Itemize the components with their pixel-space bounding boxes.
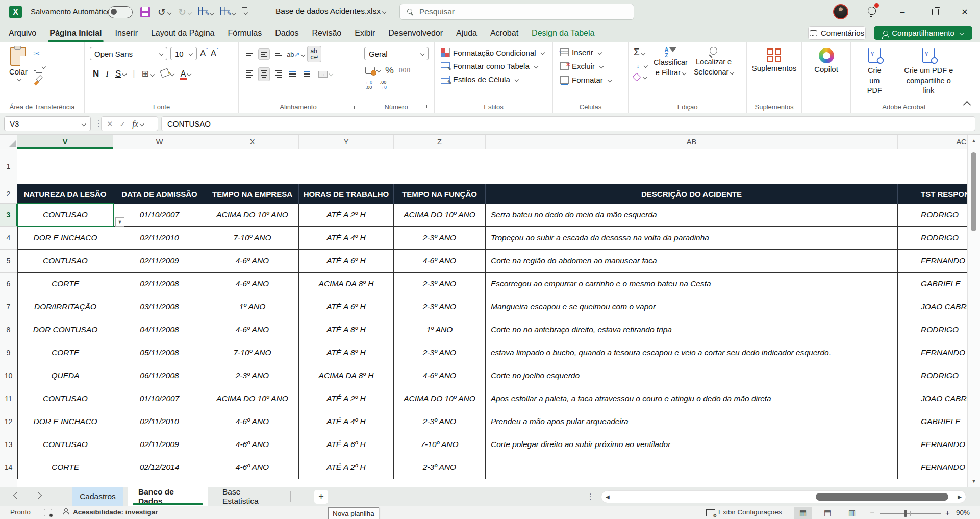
cell-descricao[interactable]: estava limpado o bucho, quando a tesoura… [486,341,898,364]
paste-button[interactable]: Colar [9,47,28,85]
sheet-tab-base-estatistica[interactable]: Base Estatistica [212,487,287,506]
column-header-ab[interactable]: AB [486,135,898,149]
copilot-button[interactable]: Copilot [802,42,850,73]
cut-button[interactable]: ✂ [34,49,45,58]
name-box[interactable]: V3 [4,116,91,131]
row-number[interactable] [0,479,17,487]
column-header-y[interactable]: Y [299,135,394,149]
cell-tst[interactable]: RODRIGO [898,227,967,249]
cell-data-admissao[interactable]: 02/11/2009 [113,250,206,272]
cell-natureza[interactable]: DOR E INCHACO [18,227,113,249]
row-number[interactable]: 11 [0,387,17,410]
tab-desenvolvedor[interactable]: Desenvolvedor [382,24,449,42]
cell-descricao[interactable]: Corte no joelho esquerdo [486,364,898,387]
table-tool-button-1[interactable]: ✎ [198,7,213,17]
zoom-out-button[interactable]: − [870,508,874,517]
cell-tst[interactable]: FERNANDO [898,456,967,479]
fill-button[interactable]: ↓ [634,62,647,69]
cell-tst[interactable]: RODRIGO [898,364,967,387]
cell-tempo-funcao[interactable]: ACIMA DO 10º ANO [394,387,486,410]
wrap-text-button[interactable]: abc↵ [307,46,321,62]
cell-data-admissao[interactable]: 02/12/2014 [113,456,206,479]
dialog-launcher-icon[interactable] [426,105,432,110]
cell-tst[interactable]: JOAO CABRERA [898,295,967,318]
accessibility-status[interactable]: Acessibilidade: investigar [73,508,158,516]
header-tst-responsavel[interactable]: TST RESPONSÁVEL [898,184,967,204]
scroll-up-icon[interactable]: ▲ [971,138,976,143]
macro-record-icon[interactable] [44,509,52,516]
align-middle-button[interactable] [258,48,270,60]
align-center-button[interactable] [258,67,270,81]
format-as-table-button[interactable]: ✎ Formatar como Tabela [441,62,552,70]
increase-indent-button[interactable] [301,68,313,80]
cell-data-admissao[interactable]: 04/11/2008 [113,318,206,341]
cell-styles-button[interactable]: ✎ Estilos de Célula [441,75,552,84]
cell-tempo-empresa[interactable]: 4-6º ANO [206,410,299,433]
cell-horas-trabalho[interactable]: ATÉ A 4º H [299,227,394,249]
cell-data-admissao[interactable]: 01/10/2007 [113,204,206,226]
align-right-button[interactable] [272,67,284,81]
orientation-button[interactable]: ab↗ [287,51,305,58]
format-painter-button[interactable] [34,76,45,85]
cell-tempo-empresa[interactable]: ACIMA DO 10º ANO [206,204,299,226]
vertical-scroll-thumb[interactable] [971,152,976,231]
conditional-formatting-button[interactable]: Formatação Condicional [441,48,552,57]
tab-layout-da-pagina[interactable]: Layout da Página [144,24,221,42]
cell-horas-trabalho[interactable]: ACIMA DA 8º H [299,364,394,387]
cell-descricao[interactable]: Corte no no antebraço direito, estava re… [486,318,898,341]
tab-ajuda[interactable]: Ajuda [449,24,484,42]
cell-descricao[interactable]: Mangueira escapou e se queimou com o vap… [486,295,898,318]
cell-data-admissao[interactable]: 02/11/2009 [113,433,206,456]
row-number[interactable]: 5 [0,250,17,273]
sort-filter-button[interactable]: AZ Classificar e Filtrar [654,47,688,80]
cell-tempo-funcao[interactable]: 4-6º ANO [394,250,486,272]
row-number[interactable]: 9 [0,341,17,364]
cell-tst[interactable]: FERNANDO [898,250,967,272]
view-page-layout-button[interactable]: ▤ [818,507,837,519]
align-bottom-button[interactable] [272,50,284,59]
row-number[interactable]: 3 [0,204,17,227]
cell-tempo-empresa[interactable]: 4-6º ANO [206,456,299,479]
insert-cells-button[interactable]: Inserir [560,48,628,57]
cell-horas-trabalho[interactable]: ATÉ A 6º H [299,250,394,272]
cell-natureza[interactable]: CONTUSAO [18,250,113,272]
cell-tempo-empresa[interactable]: 4-6º ANO [206,318,299,341]
cell-tempo-funcao[interactable]: 2-3º ANO [394,456,486,479]
create-pdf-button[interactable]: Crie um PDF [861,48,888,96]
cancel-icon[interactable]: ✕ [107,119,113,129]
bold-button[interactable]: N [93,69,99,79]
cell-tempo-funcao[interactable]: 4-6º ANO [394,364,486,387]
row-number[interactable]: 7 [0,295,17,318]
cell-data-admissao[interactable]: 06/11/2008 [113,364,206,387]
cell-descricao[interactable]: Escorregou ao empurrar o carrinho e o me… [486,273,898,295]
cell-natureza[interactable]: CONTUSAO [18,204,113,226]
comments-button[interactable]: Comentários [808,26,866,40]
cell-tst[interactable]: RODRIGO [898,204,967,226]
cell-natureza[interactable]: CORTE [18,273,113,295]
comma-style-button[interactable]: 000 [399,67,411,74]
cell-natureza[interactable]: CONTUSAO [18,387,113,410]
cell-horas-trabalho[interactable]: ATÉ A 8º H [299,318,394,341]
cell-tempo-empresa[interactable]: 2-3º ANO [206,364,299,387]
redo-button[interactable]: ↺ [178,7,191,17]
tab-arquivo[interactable]: Arquivo [2,24,43,42]
underline-button[interactable]: S [115,69,126,79]
number-format-select[interactable]: Geral [364,47,429,60]
row-number[interactable]: 4 [0,227,17,250]
header-data-de-admissao[interactable]: DATA DE ADMISSÃO [113,184,206,204]
cell-horas-trabalho[interactable]: ATÉ A 2º H [299,204,394,226]
cell-tst[interactable]: GABRIELE [898,410,967,433]
cell-natureza[interactable]: DOR/IRRITAÇÃO [18,295,113,318]
addins-button[interactable]: Suplementos [747,42,801,72]
cell-descricao[interactable]: Corte polegar direito ao subir próximo a… [486,433,898,456]
sheet-nav-prev-icon[interactable] [13,492,20,499]
view-page-break-button[interactable]: ▥ [843,507,861,519]
table-tool-button-2[interactable]: ✎ [220,7,235,17]
column-header-z[interactable]: Z [394,135,486,149]
minimize-button[interactable]: – [891,0,914,24]
customize-qat-button[interactable] [242,7,247,17]
row-number[interactable]: 13 [0,433,17,456]
horizontal-scroll-thumb[interactable] [816,493,948,501]
zoom-slider-thumb[interactable] [904,510,907,517]
cell-tempo-funcao[interactable]: 2-3º ANO [394,227,486,249]
